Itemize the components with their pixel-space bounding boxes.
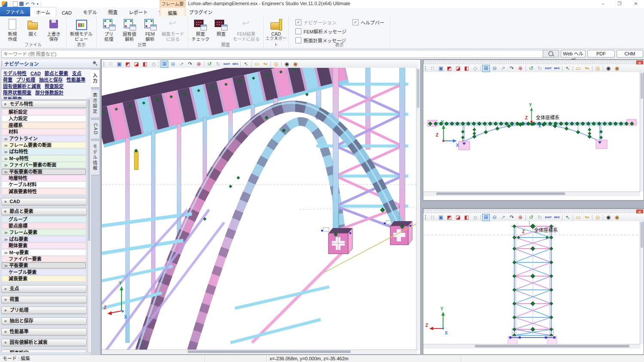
nav-item-M−φ要素[interactable]: ≫M−φ要素	[2, 249, 86, 256]
ribbon-button-FEM解析[interactable]: FEM 解析	[140, 17, 161, 42]
tab-CAD[interactable]: CAD	[56, 9, 77, 16]
new-file-icon[interactable]	[13, 1, 18, 7]
nav-link-支点[interactable]: 支点	[72, 70, 82, 77]
model-canvas-3d[interactable]: Y Z X	[102, 68, 417, 350]
view-previous-icon[interactable]: ↺	[527, 214, 535, 221]
tab-レポート[interactable]: レポート	[123, 7, 153, 16]
nav-section-プリ処理[interactable]: »プリ処理	[1, 307, 87, 314]
nav-section-支点[interactable]: »支点	[1, 285, 87, 292]
nav-item-アウトライン[interactable]: ≫アウトライン	[2, 136, 86, 142]
ribbon-button-開く[interactable]: 開く	[23, 17, 43, 37]
nav-section-性能基準[interactable]: »性能基準	[1, 328, 87, 335]
select-free-icon[interactable]: ↬	[583, 65, 591, 72]
zoom-dynamic-icon[interactable]: ↗	[499, 214, 507, 221]
nav-section-抽出と保存[interactable]: »抽出と保存	[1, 317, 87, 325]
checkbox-ナビゲーション[interactable]: ✓ナビゲーション	[295, 19, 346, 26]
select-points-icon[interactable]: ∷	[107, 61, 115, 68]
view-next-icon[interactable]: ↻	[536, 65, 544, 72]
zoom-search-icon[interactable]: ◎	[272, 61, 280, 68]
nav-section-CAD[interactable]: »CAD	[1, 198, 87, 205]
select-element-icon[interactable]: ↖	[564, 65, 571, 72]
zoom-out-icon[interactable]: ⊖	[491, 214, 498, 221]
chm-help-button[interactable]: CHM	[617, 50, 643, 58]
zoom-window-icon[interactable]: ⊞	[482, 214, 490, 221]
restore-button[interactable]: ❐	[611, 0, 628, 8]
zoom-search-icon[interactable]: ◎	[594, 65, 601, 72]
nav-section-照査設定[interactable]: »照査設定	[1, 350, 87, 352]
shot-icon[interactable]: SHOT	[223, 61, 231, 68]
rotate-view-icon[interactable]: ↷	[508, 214, 516, 221]
tab-照査[interactable]: 照査	[103, 7, 123, 16]
info-icon[interactable]: INFO	[553, 214, 561, 221]
nav-link-抽出と保存[interactable]: 抽出と保存	[39, 77, 63, 83]
nav-item-剛体要素[interactable]: 剛体要素	[2, 243, 86, 249]
nav-section-モデル特性[interactable]: »モデル特性	[1, 100, 87, 108]
zoom-window-icon[interactable]: ⊞	[161, 61, 168, 68]
orbit-center-icon[interactable]: ⊕	[516, 214, 524, 221]
nav-item-ケーブル材料[interactable]: ケーブル材料	[2, 182, 86, 188]
search-button[interactable]	[543, 50, 559, 58]
keyword-search-input[interactable]	[1, 50, 543, 58]
save-icon[interactable]	[19, 2, 24, 6]
nav-item-平板要素の断面[interactable]: ≫平板要素の断面	[2, 169, 86, 175]
zoom-out-icon[interactable]: ⊖	[169, 61, 177, 68]
nav-link-部分係数設計[interactable]: 部分係数設計	[35, 90, 64, 96]
elevation-vertical-scrollbar[interactable]	[640, 72, 644, 192]
view-previous-icon[interactable]: ↺	[206, 61, 213, 68]
select-window-icon[interactable]: ▭	[574, 65, 582, 72]
view-wireframe-icon[interactable]: ◇	[471, 214, 479, 221]
view-wireframe-icon[interactable]: ◇	[150, 61, 158, 68]
rotate-view-icon[interactable]: ↷	[186, 61, 194, 68]
orbit-center-icon[interactable]: ⊕	[516, 65, 524, 72]
select-points-icon[interactable]: ∷	[428, 214, 436, 221]
select-element-icon[interactable]: ↖	[564, 214, 571, 221]
fit-view-icon[interactable]: ▣	[115, 61, 123, 68]
nav-item-入力設定[interactable]: 入力設定	[2, 116, 86, 122]
info-icon[interactable]: INFO	[231, 61, 239, 68]
zoom-dynamic-icon[interactable]: ↗	[178, 61, 185, 68]
nav-item-減衰要素特性[interactable]: 減衰要素特性	[2, 189, 86, 195]
nav-item-解析設定[interactable]: 解析設定	[2, 109, 86, 115]
nav-item-フレーム要素の断面[interactable]: ≫フレーム要素の断面	[2, 142, 86, 148]
view-front-icon[interactable]: ◧	[463, 65, 471, 72]
view-iso-icon[interactable]: ◩	[124, 61, 132, 68]
view-front-icon[interactable]: ◧	[463, 214, 471, 221]
side-tab-CAD[interactable]: CAD	[91, 119, 100, 139]
zoom-search-icon[interactable]: ◎	[594, 214, 601, 221]
section-canvas[interactable]: Z 全体座標系 Y Z X	[423, 221, 640, 344]
nav-item-フレーム要素[interactable]: ≫フレーム要素	[2, 229, 86, 235]
nav-item-座標系[interactable]: 座標系	[2, 122, 86, 128]
fit-view-icon[interactable]: ▣	[437, 65, 445, 72]
select-free-icon[interactable]: ↬	[583, 214, 591, 221]
tab-file[interactable]: ファイル	[0, 7, 30, 16]
select-free-icon[interactable]: ↬	[261, 61, 269, 68]
pdf-help-button[interactable]: PDF	[587, 50, 615, 58]
zoom-out-icon[interactable]: ⊖	[491, 65, 498, 72]
ribbon-button-照査[interactable]: 照査	[211, 17, 231, 37]
rotate-view-icon[interactable]: ↷	[508, 65, 516, 72]
view-next-icon[interactable]: ↻	[536, 214, 544, 221]
ribbon-button-新規作成[interactable]: 新規 作成	[2, 17, 23, 42]
shot-icon[interactable]: SHOT	[544, 65, 552, 72]
main-vertical-scrollbar[interactable]	[416, 68, 420, 350]
elevation-horizontal-scrollbar[interactable]	[423, 192, 640, 196]
nav-link-プリ処理[interactable]: プリ処理	[16, 77, 35, 83]
view-iso-icon[interactable]: ◩	[446, 214, 453, 221]
fit-view-icon[interactable]: ▣	[437, 214, 445, 221]
nav-link-照査設定[interactable]: 照査設定	[45, 83, 64, 90]
nav-item-地層特性[interactable]: 地層特性	[2, 175, 86, 181]
minimize-button[interactable]: –	[595, 0, 611, 8]
ribbon-button-上書き保存[interactable]: 上書き 保存	[43, 17, 64, 42]
zoom-window-icon[interactable]: ⊞	[482, 65, 490, 72]
nav-item-ケーブル要素[interactable]: ケーブル要素	[2, 269, 86, 275]
snapshot-icon[interactable]: ◉	[605, 214, 612, 221]
toolbar-drag-handle[interactable]	[425, 215, 427, 220]
tab-モデル[interactable]: モデル	[77, 7, 103, 16]
nav-item-節点座標[interactable]: 節点座標	[2, 223, 86, 229]
checkbox-FEM解析メッセージ[interactable]: FEM解析メッセージ	[295, 28, 346, 35]
pin-icon[interactable]	[92, 61, 97, 66]
snapshot-save-icon[interactable]: ◉	[613, 214, 621, 221]
tab-プラグイン[interactable]: プラグイン	[183, 7, 218, 16]
nav-section-節点と要素[interactable]: »節点と要素	[1, 208, 87, 215]
ribbon-button-固有値解析[interactable]: 固有値 解析	[119, 17, 140, 42]
